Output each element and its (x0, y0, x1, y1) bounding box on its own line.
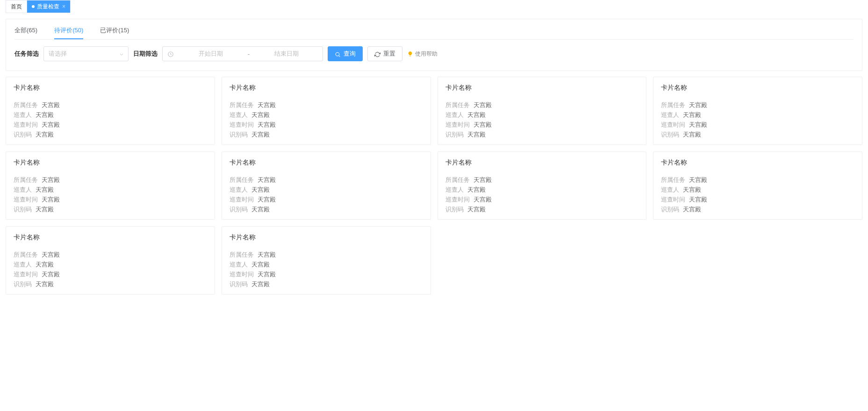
card-title: 卡片名称 (445, 84, 639, 92)
card-field-label: 所属任务 (445, 175, 470, 184)
card-field-value: 天宫殿 (36, 130, 54, 139)
card-field-value: 天宫殿 (683, 205, 701, 214)
card-field-value: 天宫殿 (251, 205, 270, 214)
card[interactable]: 卡片名称所属任务天宫殿巡查人天宫殿巡查时间天宫殿识别码天宫殿 (438, 151, 647, 220)
card-field-value: 天宫殿 (36, 185, 54, 194)
card-field-label: 巡查人 (661, 185, 679, 194)
card-field-label: 巡查人 (445, 185, 464, 194)
card-row-task: 所属任务天宫殿 (661, 175, 854, 184)
card-field-label: 识别码 (230, 280, 248, 288)
card-row-code: 识别码天宫殿 (14, 130, 207, 139)
card[interactable]: 卡片名称所属任务天宫殿巡查人天宫殿巡查时间天宫殿识别码天宫殿 (222, 226, 431, 295)
card-row-code: 识别码天宫殿 (14, 205, 207, 214)
card-field-label: 巡查人 (14, 260, 32, 269)
query-button[interactable]: 查询 (328, 46, 363, 61)
card-field-value: 天宫殿 (689, 175, 707, 184)
card-field-label: 巡查时间 (445, 120, 470, 129)
card[interactable]: 卡片名称所属任务天宫殿巡查人天宫殿巡查时间天宫殿识别码天宫殿 (6, 151, 215, 220)
card[interactable]: 卡片名称所属任务天宫殿巡查人天宫殿巡查时间天宫殿识别码天宫殿 (222, 77, 431, 145)
card-field-value: 天宫殿 (467, 130, 486, 139)
card-row-code: 识别码天宫殿 (445, 205, 639, 214)
card[interactable]: 卡片名称所属任务天宫殿巡查人天宫殿巡查时间天宫殿识别码天宫殿 (438, 77, 647, 145)
card-field-value: 天宫殿 (258, 270, 276, 279)
card-row-task: 所属任务天宫殿 (14, 101, 207, 109)
clock-icon (167, 50, 174, 58)
filter-tab-2[interactable]: 已评价(15) (100, 22, 129, 39)
card-field-label: 所属任务 (230, 101, 254, 109)
close-icon[interactable]: × (62, 3, 65, 10)
card-field-label: 识别码 (14, 130, 32, 139)
top-tab-label: 首页 (11, 3, 22, 11)
card-field-value: 天宫殿 (251, 110, 270, 119)
card-field-label: 巡查人 (230, 185, 248, 194)
card-field-label: 巡查时间 (230, 120, 254, 129)
card-field-value: 天宫殿 (683, 185, 701, 194)
card-field-value: 天宫殿 (251, 185, 270, 194)
card-row-inspector: 巡查人天宫殿 (14, 260, 207, 269)
help-link[interactable]: 使用帮助 (407, 50, 438, 58)
card-field-value: 天宫殿 (251, 280, 270, 288)
card-row-code: 识别码天宫殿 (230, 205, 423, 214)
task-filter-select[interactable]: 请选择 (43, 46, 129, 61)
top-tab-0[interactable]: 首页 (6, 0, 27, 13)
card-field-label: 巡查人 (661, 110, 679, 119)
card-row-time: 巡查时间天宫殿 (230, 120, 423, 129)
active-dot-icon (32, 5, 35, 8)
card-field-value: 天宫殿 (251, 130, 270, 139)
card-title: 卡片名称 (230, 233, 423, 242)
date-filter-label: 日期筛选 (133, 50, 158, 58)
card-row-time: 巡查时间天宫殿 (14, 270, 207, 279)
card-field-label: 巡查时间 (14, 270, 38, 279)
card-field-label: 识别码 (230, 205, 248, 214)
card-field-label: 识别码 (14, 280, 32, 288)
card-field-value: 天宫殿 (258, 195, 276, 204)
card[interactable]: 卡片名称所属任务天宫殿巡查人天宫殿巡查时间天宫殿识别码天宫殿 (6, 77, 215, 145)
card-row-inspector: 巡查人天宫殿 (14, 185, 207, 194)
card-row-time: 巡查时间天宫殿 (14, 120, 207, 129)
card-field-label: 识别码 (661, 205, 679, 214)
card-field-label: 所属任务 (14, 101, 38, 109)
card-row-task: 所属任务天宫殿 (445, 101, 639, 109)
card[interactable]: 卡片名称所属任务天宫殿巡查人天宫殿巡查时间天宫殿识别码天宫殿 (6, 226, 215, 295)
card-field-label: 巡查时间 (661, 195, 685, 204)
filter-tab-1[interactable]: 待评价(50) (54, 22, 83, 39)
card-field-label: 所属任务 (14, 175, 38, 184)
card-row-task: 所属任务天宫殿 (14, 175, 207, 184)
top-tab-bar: 首页质量检查× (6, 0, 71, 13)
filter-tab-0[interactable]: 全部(65) (14, 22, 37, 39)
card-field-label: 识别码 (445, 205, 464, 214)
card-field-label: 识别码 (14, 205, 32, 214)
card-field-label: 所属任务 (661, 101, 685, 109)
card[interactable]: 卡片名称所属任务天宫殿巡查人天宫殿巡查时间天宫殿识别码天宫殿 (653, 151, 862, 220)
help-link-label: 使用帮助 (415, 50, 438, 58)
card-field-value: 天宫殿 (36, 205, 54, 214)
card-field-label: 巡查人 (230, 260, 248, 269)
card-row-code: 识别码天宫殿 (445, 130, 639, 139)
card-field-label: 识别码 (661, 130, 679, 139)
card-field-value: 天宫殿 (683, 130, 701, 139)
card-title: 卡片名称 (230, 159, 423, 167)
card-row-inspector: 巡查人天宫殿 (445, 110, 639, 119)
card-row-inspector: 巡查人天宫殿 (230, 260, 423, 269)
card-field-label: 所属任务 (230, 175, 254, 184)
card[interactable]: 卡片名称所属任务天宫殿巡查人天宫殿巡查时间天宫殿识别码天宫殿 (653, 77, 862, 145)
card-field-value: 天宫殿 (42, 101, 60, 109)
card-field-label: 巡查时间 (14, 120, 38, 129)
top-tab-1[interactable]: 质量检查× (27, 0, 70, 13)
reset-button-label: 重置 (383, 50, 395, 58)
card-field-label: 识别码 (445, 130, 464, 139)
card[interactable]: 卡片名称所属任务天宫殿巡查人天宫殿巡查时间天宫殿识别码天宫殿 (222, 151, 431, 220)
date-range-picker[interactable]: 开始日期 - 结束日期 (162, 46, 323, 61)
filter-tabs: 全部(65)待评价(50)已评价(15) (14, 19, 854, 40)
card-field-label: 所属任务 (14, 250, 38, 259)
card-field-label: 所属任务 (661, 175, 685, 184)
card-field-value: 天宫殿 (467, 110, 486, 119)
date-separator: - (242, 50, 255, 58)
card-row-task: 所属任务天宫殿 (14, 250, 207, 259)
card-field-value: 天宫殿 (473, 195, 492, 204)
card-field-value: 天宫殿 (42, 120, 60, 129)
reset-button[interactable]: 重置 (367, 46, 402, 61)
refresh-icon (374, 50, 380, 57)
card-title: 卡片名称 (661, 159, 854, 167)
task-filter-placeholder: 请选择 (49, 50, 67, 58)
